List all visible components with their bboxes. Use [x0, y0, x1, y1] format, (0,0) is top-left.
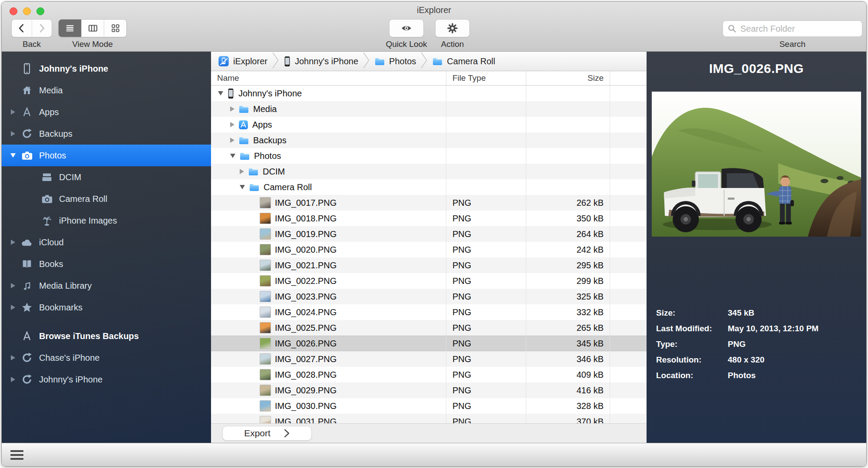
menu-icon[interactable] — [10, 450, 23, 460]
sidebar-item-photos[interactable]: Photos — [2, 145, 211, 166]
disclosure-closed-icon[interactable] — [10, 283, 17, 288]
disclosure-closed-icon[interactable] — [230, 122, 234, 127]
table-row-img-0018-png[interactable]: IMG_0018.PNGPNG350 kB — [211, 211, 647, 226]
row-spacer-cell — [610, 351, 647, 367]
breadcrumb-item-johnny-s-iphone[interactable]: Johnny's iPhone — [284, 56, 358, 67]
sidebar-item-iphone-images[interactable]: iPhone Images — [2, 210, 211, 231]
disclosure-open-icon[interactable] — [230, 154, 235, 158]
table-row-media[interactable]: Media — [211, 101, 647, 117]
export-label: Export — [244, 428, 271, 438]
sidebar-item-dcim[interactable]: DCIM — [2, 166, 211, 188]
grid-view-icon — [110, 23, 121, 33]
breadcrumb-item-camera-roll[interactable]: Camera Roll — [432, 56, 495, 66]
sidebar-item-johnny-s-iphone[interactable]: Johnny's iPhone — [2, 369, 211, 390]
table-row-img-0024-png[interactable]: IMG_0024.PNGPNG332 kB — [211, 304, 647, 320]
file-name: IMG_0026.PNG — [275, 339, 337, 349]
sidebar-item-media-library[interactable]: Media Library — [2, 275, 211, 297]
table-row-apps[interactable]: Apps — [211, 117, 647, 132]
file-name: Johnny's iPhone — [238, 89, 302, 99]
file-type-cell: PNG — [446, 289, 526, 304]
breadcrumb-item-photos[interactable]: Photos — [374, 56, 416, 66]
column-header-size[interactable]: Size — [526, 71, 610, 85]
quick-look-button[interactable] — [389, 19, 424, 37]
file-size-cell — [526, 148, 610, 164]
action-button[interactable] — [435, 19, 470, 37]
file-size-cell — [526, 179, 610, 195]
file-size-cell — [526, 86, 610, 101]
table-row-backups[interactable]: Backups — [211, 132, 647, 148]
table-row-img-0025-png[interactable]: IMG_0025.PNGPNG265 kB — [211, 320, 647, 336]
disclosure-open-icon[interactable] — [218, 91, 223, 96]
table-row-photos[interactable]: Photos — [211, 148, 647, 164]
file-size-cell: 242 kB — [526, 242, 610, 257]
preview-image — [652, 92, 861, 237]
back-button[interactable] — [12, 20, 32, 37]
row-spacer-cell — [610, 289, 647, 304]
sidebar-item-bookmarks[interactable]: Bookmarks — [2, 297, 211, 318]
sidebar-item-media[interactable]: Media — [2, 79, 211, 101]
table-row-camera-roll[interactable]: Camera Roll — [211, 179, 647, 195]
disclosure-closed-icon[interactable] — [10, 355, 17, 360]
view-list-button[interactable] — [59, 20, 81, 37]
sidebar-item-books[interactable]: Books — [2, 253, 211, 275]
view-grid-button[interactable] — [104, 20, 126, 37]
table-row-img-0017-png[interactable]: IMG_0017.PNGPNG262 kB — [211, 195, 647, 211]
file-type-cell: PNG — [446, 226, 526, 242]
file-size-cell: 325 kB — [526, 289, 610, 304]
search-field[interactable] — [723, 20, 862, 37]
view-columns-button[interactable] — [81, 20, 104, 37]
sidebar-item-johnny-s-iphone[interactable]: Johnny's iPhone — [2, 58, 211, 79]
column-header-name[interactable]: Name — [211, 73, 446, 83]
photo-thumbnail-icon — [260, 197, 271, 208]
disclosure-open-icon[interactable] — [240, 185, 245, 189]
table-row-img-0023-png[interactable]: IMG_0023.PNGPNG325 kB — [211, 289, 647, 304]
sidebar-item-apps[interactable]: Apps — [2, 101, 211, 123]
table-row-img-0020-png[interactable]: IMG_0020.PNGPNG242 kB — [211, 242, 647, 257]
photo-thumbnail-icon — [260, 353, 271, 365]
file-size-cell — [526, 117, 610, 132]
breadcrumb-item-iexplorer[interactable]: iExplorer — [218, 56, 267, 67]
search-input[interactable] — [740, 24, 858, 34]
table-row-img-0021-png[interactable]: IMG_0021.PNGPNG295 kB — [211, 257, 647, 273]
sidebar-item-chase-s-iphone[interactable]: Chase's iPhone — [2, 347, 211, 369]
row-spacer-cell — [610, 101, 647, 117]
disclosure-closed-icon[interactable] — [240, 169, 244, 174]
disclosure-closed-icon[interactable] — [230, 138, 234, 143]
disclosure-closed-icon[interactable] — [10, 131, 17, 136]
table-row-johnny-s-iphone[interactable]: Johnny's iPhone — [211, 86, 647, 101]
row-spacer-cell — [610, 211, 647, 226]
disclosure-closed-icon[interactable] — [230, 106, 234, 112]
disclosure-closed-icon[interactable] — [10, 377, 17, 382]
disclosure-closed-icon[interactable] — [10, 240, 17, 245]
table-row-img-0028-png[interactable]: IMG_0028.PNGPNG409 kB — [211, 367, 647, 382]
cloud-icon — [20, 237, 34, 247]
sidebar-item-browse-itunes-backups[interactable]: Browse iTunes Backups — [2, 325, 211, 347]
sidebar-item-backups[interactable]: Backups — [2, 123, 211, 145]
disclosure-closed-icon[interactable] — [10, 305, 17, 310]
table-row-img-0019-png[interactable]: IMG_0019.PNGPNG264 kB — [211, 226, 647, 242]
column-header-file-type[interactable]: File Type — [446, 71, 526, 85]
table-row-img-0030-png[interactable]: IMG_0030.PNGPNG328 kB — [211, 398, 647, 414]
table-row-dcim[interactable]: DCIM — [211, 164, 647, 179]
sidebar-item-camera-roll[interactable]: Camera Roll — [2, 188, 211, 210]
photo-thumbnail-icon — [260, 400, 271, 412]
table-row-img-0029-png[interactable]: IMG_0029.PNGPNG416 kB — [211, 382, 647, 398]
forward-button[interactable] — [32, 20, 52, 37]
sidebar-item-label: Backups — [39, 129, 73, 139]
sidebar-item-icloud[interactable]: iCloud — [2, 231, 211, 253]
table-row-img-0027-png[interactable]: IMG_0027.PNGPNG346 kB — [211, 351, 647, 367]
file-name: IMG_0028.PNG — [275, 370, 337, 380]
file-name: IMG_0024.PNG — [275, 307, 337, 317]
sidebar-item-label: Books — [39, 259, 63, 269]
export-button[interactable]: Export — [222, 426, 312, 441]
disclosure-closed-icon[interactable] — [10, 109, 17, 115]
table-row-img-0026-png[interactable]: IMG_0026.PNGPNG345 kB — [211, 336, 647, 351]
row-spacer-cell — [610, 242, 647, 257]
disclosure-open-icon[interactable] — [10, 153, 17, 158]
table-row-img-0031-png[interactable]: IMG_0031.PNGPNG370 kB — [211, 414, 647, 423]
table-row-img-0022-png[interactable]: IMG_0022.PNGPNG299 kB — [211, 273, 647, 289]
file-type-cell: PNG — [446, 398, 526, 414]
file-type-cell: PNG — [446, 211, 526, 226]
file-size-cell: 409 kB — [526, 367, 610, 382]
photo-thumbnail-icon — [260, 416, 271, 423]
